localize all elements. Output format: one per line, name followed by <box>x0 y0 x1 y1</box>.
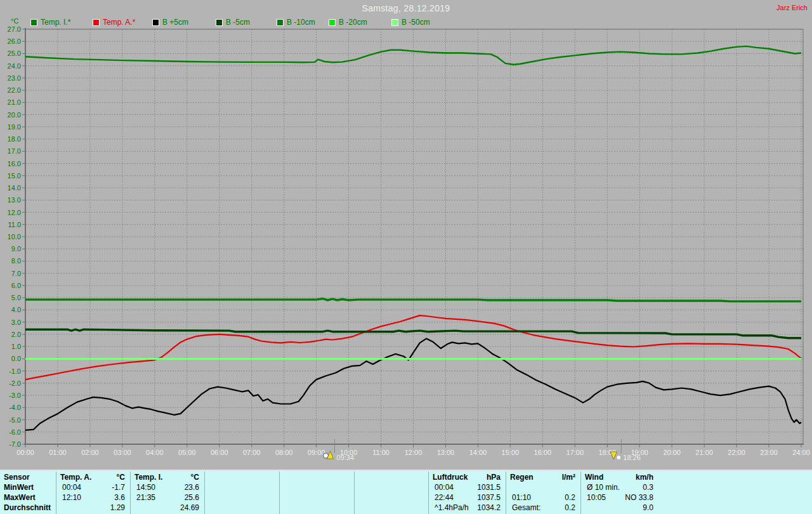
table-cell-value: 1037.5 <box>428 493 501 503</box>
y-tick-label: -6.0 <box>9 428 21 436</box>
y-tick-label: 17.0 <box>8 147 21 155</box>
series-line-b-plus5 <box>25 339 801 430</box>
table-cell-value: 23.6 <box>130 483 199 492</box>
table-cell-value: 0.2 <box>506 503 575 513</box>
x-tick-label: 22:00 <box>728 449 745 456</box>
y-tick-label: 18.0 <box>8 135 21 143</box>
x-tick-label: 12:00 <box>405 449 422 456</box>
marker-time-label: 09:34 <box>337 454 355 461</box>
column-divider <box>204 471 205 514</box>
x-tick-label: 14:00 <box>469 449 487 456</box>
y-tick-label: -2.0 <box>9 379 21 387</box>
set-marker-icon <box>617 456 621 460</box>
y-tick-label: -7.0 <box>9 440 21 448</box>
x-tick-label: 09:00 <box>308 449 325 456</box>
y-tick-label: 7.0 <box>11 270 21 277</box>
y-tick-label: 14.0 <box>8 184 21 192</box>
y-tick-label: 4.0 <box>11 306 21 313</box>
y-tick-label: 24.0 <box>8 62 21 70</box>
y-tick-label: 2.0 <box>11 331 21 338</box>
weather-station-window: Samstag, 28.12.2019 Jarz Erich °C Temp. … <box>0 0 812 514</box>
table-cell-value: 1034.2 <box>428 503 501 513</box>
y-tick-label: 23.0 <box>8 74 21 82</box>
y-tick-label: 10.0 <box>8 233 21 241</box>
y-tick-label: -3.0 <box>9 392 21 399</box>
x-tick-label: 04:00 <box>146 449 164 456</box>
x-tick-label: 08:00 <box>275 449 293 456</box>
table-cell-value: 9.0 <box>580 503 653 513</box>
y-tick-label: 12.0 <box>8 209 21 216</box>
x-tick-label: 17:00 <box>566 449 584 456</box>
y-tick-label: 26.0 <box>8 37 21 45</box>
table-cell-value: 0.3 <box>580 483 653 492</box>
y-tick-label: 25.0 <box>8 49 21 57</box>
table-cell-value: 1031.5 <box>428 483 501 492</box>
y-tick-label: 16.0 <box>8 160 21 168</box>
x-tick-label: 11:00 <box>372 449 390 456</box>
y-tick-label: -5.0 <box>9 416 21 424</box>
y-tick-label: 8.0 <box>11 257 21 265</box>
y-tick-label: -1.0 <box>9 367 21 375</box>
x-tick-label: 01:00 <box>49 449 67 456</box>
table-row-label-sensor: Sensor <box>4 473 30 482</box>
x-tick-label: 24:00 <box>792 449 810 456</box>
y-tick-label: 5.0 <box>11 294 21 301</box>
table-cell-value: 24.69 <box>130 503 199 513</box>
table-cell-value: -1.7 <box>56 483 125 492</box>
table-row-label-maxwert: MaxWert <box>4 493 36 503</box>
summary-table: SensorMinWertMaxWertDurchschnittTemp. A.… <box>0 470 812 514</box>
table-col-unit: °C <box>130 473 199 482</box>
y-tick-label: 6.0 <box>11 282 21 289</box>
y-tick-label: 3.0 <box>11 319 21 326</box>
y-tick-label: 13.0 <box>8 196 21 204</box>
y-tick-label: 19.0 <box>8 123 21 131</box>
y-tick-label: 21.0 <box>8 98 21 106</box>
y-tick-label: 1.0 <box>11 343 21 350</box>
y-tick-label: 20.0 <box>8 111 21 119</box>
x-tick-label: 20:00 <box>663 449 681 456</box>
x-tick-label: 05:00 <box>178 449 196 456</box>
x-tick-label: 00:00 <box>16 449 34 456</box>
x-tick-label: 07:00 <box>243 449 261 456</box>
y-tick-label: 0.0 <box>11 355 21 362</box>
table-col-unit: l/m² <box>506 473 575 482</box>
temperature-chart: -7.0-6.0-5.0-4.0-3.0-2.0-1.00.01.02.03.0… <box>0 0 812 470</box>
x-tick-label: 06:00 <box>211 449 228 456</box>
x-tick-label: 23:00 <box>760 449 778 456</box>
x-tick-label: 02:00 <box>81 449 99 456</box>
y-tick-label: 22.0 <box>8 86 21 94</box>
table-col-unit: °C <box>56 473 125 482</box>
y-tick-label: -4.0 <box>9 404 21 411</box>
marker-time-label: 18:26 <box>623 454 641 461</box>
x-tick-label: 03:00 <box>114 449 131 456</box>
x-tick-label: 15:00 <box>502 449 520 456</box>
table-cell-value: NO 33.8 <box>580 493 653 503</box>
table-cell-value: 0.2 <box>506 493 575 503</box>
y-tick-label: 11.0 <box>8 221 21 228</box>
x-tick-label: 13:00 <box>437 449 455 456</box>
x-tick-label: 16:00 <box>534 449 552 456</box>
column-divider <box>354 471 355 514</box>
table-col-unit: km/h <box>580 473 653 482</box>
table-cell-value: 25.6 <box>130 493 199 503</box>
y-tick-label: 27.0 <box>8 25 21 33</box>
column-divider <box>279 471 280 514</box>
y-tick-label: 15.0 <box>8 172 21 180</box>
y-tick-label: 9.0 <box>11 245 21 253</box>
table-cell-value: 3.6 <box>56 493 125 503</box>
table-row-label-minwert: MinWert <box>4 483 34 492</box>
table-col-unit: hPa <box>428 473 501 482</box>
x-tick-label: 21:00 <box>695 449 713 456</box>
table-row-label-durchschnitt: Durchschnitt <box>4 503 51 513</box>
table-cell-value: 1.29 <box>56 503 125 513</box>
